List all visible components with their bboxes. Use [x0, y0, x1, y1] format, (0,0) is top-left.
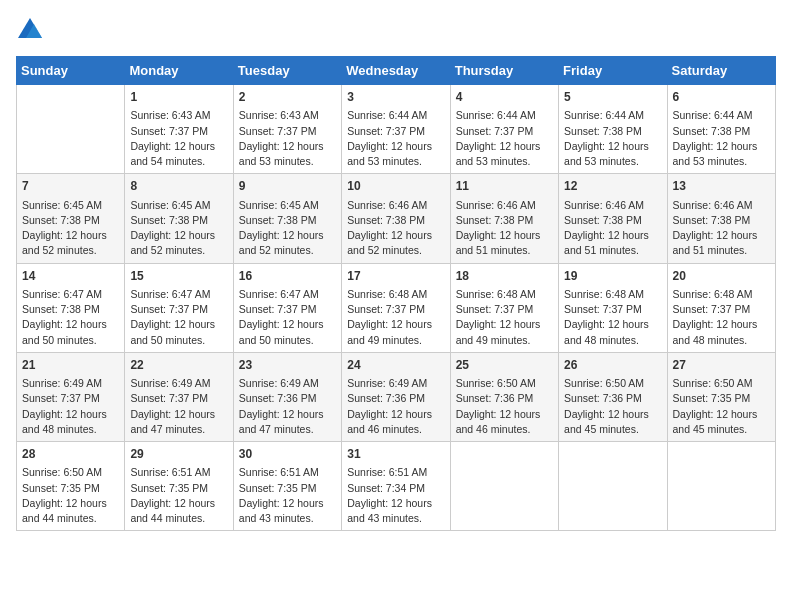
- day-number: 6: [673, 89, 770, 106]
- calendar-cell: 16Sunrise: 6:47 AMSunset: 7:37 PMDayligh…: [233, 263, 341, 352]
- day-number: 26: [564, 357, 661, 374]
- day-number: 31: [347, 446, 444, 463]
- calendar-cell: 5Sunrise: 6:44 AMSunset: 7:38 PMDaylight…: [559, 85, 667, 174]
- week-row-5: 28Sunrise: 6:50 AMSunset: 7:35 PMDayligh…: [17, 442, 776, 531]
- day-info: Sunrise: 6:46 AMSunset: 7:38 PMDaylight:…: [673, 198, 770, 259]
- calendar-cell: 7Sunrise: 6:45 AMSunset: 7:38 PMDaylight…: [17, 174, 125, 263]
- day-number: 23: [239, 357, 336, 374]
- calendar-cell: 9Sunrise: 6:45 AMSunset: 7:38 PMDaylight…: [233, 174, 341, 263]
- day-info: Sunrise: 6:45 AMSunset: 7:38 PMDaylight:…: [239, 198, 336, 259]
- day-number: 3: [347, 89, 444, 106]
- day-info: Sunrise: 6:48 AMSunset: 7:37 PMDaylight:…: [347, 287, 444, 348]
- calendar-cell: 30Sunrise: 6:51 AMSunset: 7:35 PMDayligh…: [233, 442, 341, 531]
- day-info: Sunrise: 6:51 AMSunset: 7:35 PMDaylight:…: [130, 465, 227, 526]
- day-info: Sunrise: 6:46 AMSunset: 7:38 PMDaylight:…: [564, 198, 661, 259]
- calendar-cell: 19Sunrise: 6:48 AMSunset: 7:37 PMDayligh…: [559, 263, 667, 352]
- calendar-table: SundayMondayTuesdayWednesdayThursdayFrid…: [16, 56, 776, 531]
- day-number: 21: [22, 357, 119, 374]
- day-info: Sunrise: 6:48 AMSunset: 7:37 PMDaylight:…: [564, 287, 661, 348]
- calendar-cell: 10Sunrise: 6:46 AMSunset: 7:38 PMDayligh…: [342, 174, 450, 263]
- day-number: 28: [22, 446, 119, 463]
- calendar-cell: 31Sunrise: 6:51 AMSunset: 7:34 PMDayligh…: [342, 442, 450, 531]
- day-info: Sunrise: 6:44 AMSunset: 7:38 PMDaylight:…: [673, 108, 770, 169]
- calendar-cell: 27Sunrise: 6:50 AMSunset: 7:35 PMDayligh…: [667, 352, 775, 441]
- day-number: 10: [347, 178, 444, 195]
- calendar-cell: [450, 442, 558, 531]
- col-header-saturday: Saturday: [667, 57, 775, 85]
- day-info: Sunrise: 6:43 AMSunset: 7:37 PMDaylight:…: [130, 108, 227, 169]
- col-header-tuesday: Tuesday: [233, 57, 341, 85]
- logo-icon: [16, 16, 44, 44]
- col-header-wednesday: Wednesday: [342, 57, 450, 85]
- day-info: Sunrise: 6:50 AMSunset: 7:36 PMDaylight:…: [564, 376, 661, 437]
- day-info: Sunrise: 6:43 AMSunset: 7:37 PMDaylight:…: [239, 108, 336, 169]
- day-number: 24: [347, 357, 444, 374]
- calendar-cell: 4Sunrise: 6:44 AMSunset: 7:37 PMDaylight…: [450, 85, 558, 174]
- calendar-cell: 28Sunrise: 6:50 AMSunset: 7:35 PMDayligh…: [17, 442, 125, 531]
- day-info: Sunrise: 6:46 AMSunset: 7:38 PMDaylight:…: [456, 198, 553, 259]
- day-number: 14: [22, 268, 119, 285]
- calendar-cell: 12Sunrise: 6:46 AMSunset: 7:38 PMDayligh…: [559, 174, 667, 263]
- day-number: 20: [673, 268, 770, 285]
- day-number: 19: [564, 268, 661, 285]
- calendar-cell: 2Sunrise: 6:43 AMSunset: 7:37 PMDaylight…: [233, 85, 341, 174]
- day-number: 13: [673, 178, 770, 195]
- calendar-cell: 15Sunrise: 6:47 AMSunset: 7:37 PMDayligh…: [125, 263, 233, 352]
- day-number: 29: [130, 446, 227, 463]
- col-header-sunday: Sunday: [17, 57, 125, 85]
- day-info: Sunrise: 6:47 AMSunset: 7:38 PMDaylight:…: [22, 287, 119, 348]
- day-number: 7: [22, 178, 119, 195]
- day-number: 27: [673, 357, 770, 374]
- calendar-cell: [559, 442, 667, 531]
- day-info: Sunrise: 6:51 AMSunset: 7:34 PMDaylight:…: [347, 465, 444, 526]
- day-info: Sunrise: 6:44 AMSunset: 7:37 PMDaylight:…: [456, 108, 553, 169]
- calendar-cell: 23Sunrise: 6:49 AMSunset: 7:36 PMDayligh…: [233, 352, 341, 441]
- calendar-cell: 20Sunrise: 6:48 AMSunset: 7:37 PMDayligh…: [667, 263, 775, 352]
- calendar-cell: 18Sunrise: 6:48 AMSunset: 7:37 PMDayligh…: [450, 263, 558, 352]
- day-number: 15: [130, 268, 227, 285]
- calendar-cell: 6Sunrise: 6:44 AMSunset: 7:38 PMDaylight…: [667, 85, 775, 174]
- week-row-4: 21Sunrise: 6:49 AMSunset: 7:37 PMDayligh…: [17, 352, 776, 441]
- day-info: Sunrise: 6:49 AMSunset: 7:36 PMDaylight:…: [239, 376, 336, 437]
- calendar-cell: 21Sunrise: 6:49 AMSunset: 7:37 PMDayligh…: [17, 352, 125, 441]
- calendar-cell: 22Sunrise: 6:49 AMSunset: 7:37 PMDayligh…: [125, 352, 233, 441]
- week-row-3: 14Sunrise: 6:47 AMSunset: 7:38 PMDayligh…: [17, 263, 776, 352]
- logo: [16, 16, 48, 44]
- day-info: Sunrise: 6:50 AMSunset: 7:36 PMDaylight:…: [456, 376, 553, 437]
- day-number: 17: [347, 268, 444, 285]
- day-number: 2: [239, 89, 336, 106]
- day-info: Sunrise: 6:49 AMSunset: 7:36 PMDaylight:…: [347, 376, 444, 437]
- calendar-cell: 25Sunrise: 6:50 AMSunset: 7:36 PMDayligh…: [450, 352, 558, 441]
- calendar-cell: 17Sunrise: 6:48 AMSunset: 7:37 PMDayligh…: [342, 263, 450, 352]
- day-number: 8: [130, 178, 227, 195]
- day-info: Sunrise: 6:48 AMSunset: 7:37 PMDaylight:…: [456, 287, 553, 348]
- calendar-cell: 29Sunrise: 6:51 AMSunset: 7:35 PMDayligh…: [125, 442, 233, 531]
- day-info: Sunrise: 6:45 AMSunset: 7:38 PMDaylight:…: [130, 198, 227, 259]
- calendar-cell: [667, 442, 775, 531]
- day-number: 11: [456, 178, 553, 195]
- calendar-cell: 24Sunrise: 6:49 AMSunset: 7:36 PMDayligh…: [342, 352, 450, 441]
- col-header-friday: Friday: [559, 57, 667, 85]
- calendar-cell: 26Sunrise: 6:50 AMSunset: 7:36 PMDayligh…: [559, 352, 667, 441]
- day-number: 4: [456, 89, 553, 106]
- calendar-cell: 3Sunrise: 6:44 AMSunset: 7:37 PMDaylight…: [342, 85, 450, 174]
- day-number: 18: [456, 268, 553, 285]
- day-number: 30: [239, 446, 336, 463]
- day-info: Sunrise: 6:45 AMSunset: 7:38 PMDaylight:…: [22, 198, 119, 259]
- day-info: Sunrise: 6:49 AMSunset: 7:37 PMDaylight:…: [130, 376, 227, 437]
- day-info: Sunrise: 6:51 AMSunset: 7:35 PMDaylight:…: [239, 465, 336, 526]
- calendar-cell: [17, 85, 125, 174]
- day-info: Sunrise: 6:46 AMSunset: 7:38 PMDaylight:…: [347, 198, 444, 259]
- day-number: 1: [130, 89, 227, 106]
- day-info: Sunrise: 6:50 AMSunset: 7:35 PMDaylight:…: [22, 465, 119, 526]
- calendar-cell: 11Sunrise: 6:46 AMSunset: 7:38 PMDayligh…: [450, 174, 558, 263]
- day-info: Sunrise: 6:44 AMSunset: 7:38 PMDaylight:…: [564, 108, 661, 169]
- day-number: 12: [564, 178, 661, 195]
- col-header-thursday: Thursday: [450, 57, 558, 85]
- day-info: Sunrise: 6:48 AMSunset: 7:37 PMDaylight:…: [673, 287, 770, 348]
- week-row-2: 7Sunrise: 6:45 AMSunset: 7:38 PMDaylight…: [17, 174, 776, 263]
- calendar-cell: 13Sunrise: 6:46 AMSunset: 7:38 PMDayligh…: [667, 174, 775, 263]
- calendar-cell: 14Sunrise: 6:47 AMSunset: 7:38 PMDayligh…: [17, 263, 125, 352]
- day-info: Sunrise: 6:44 AMSunset: 7:37 PMDaylight:…: [347, 108, 444, 169]
- day-info: Sunrise: 6:49 AMSunset: 7:37 PMDaylight:…: [22, 376, 119, 437]
